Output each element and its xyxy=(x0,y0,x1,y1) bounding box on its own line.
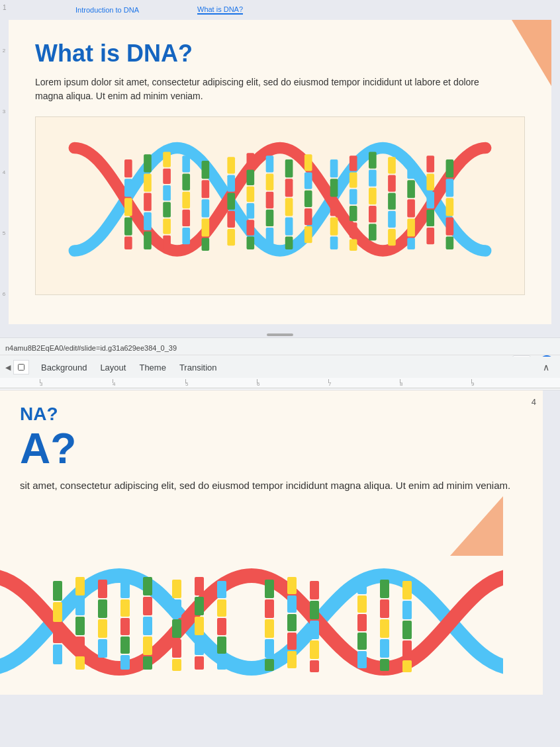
thumb-whatisdna[interactable]: What is DNA? xyxy=(197,5,243,15)
svg-rect-124 xyxy=(195,617,204,635)
svg-rect-66 xyxy=(369,188,377,204)
svg-rect-76 xyxy=(407,199,415,217)
svg-rect-88 xyxy=(446,237,454,249)
scroll-bar xyxy=(267,333,293,336)
svg-rect-156 xyxy=(380,659,389,671)
theme-menu-item[interactable]: Theme xyxy=(132,358,172,376)
svg-rect-139 xyxy=(287,614,297,631)
transition-menu-item[interactable]: Transition xyxy=(173,358,224,376)
svg-rect-148 xyxy=(357,595,367,613)
svg-rect-62 xyxy=(350,222,357,238)
svg-rect-45 xyxy=(285,198,293,216)
ruler-tick-4 xyxy=(113,379,113,383)
svg-rect-95 xyxy=(53,623,62,643)
layout-menu-item[interactable]: Layout xyxy=(93,358,132,376)
svg-rect-22 xyxy=(202,161,210,179)
thumb-intro[interactable]: Introduction to DNA xyxy=(75,6,139,14)
svg-rect-24 xyxy=(202,199,210,217)
svg-rect-158 xyxy=(402,601,412,619)
svg-rect-105 xyxy=(98,639,107,658)
svg-rect-34 xyxy=(247,187,255,202)
svg-rect-19 xyxy=(182,192,190,208)
svg-rect-147 xyxy=(357,577,367,594)
svg-rect-159 xyxy=(402,621,412,639)
svg-rect-151 xyxy=(357,651,367,668)
slide-number-btn[interactable] xyxy=(13,360,29,374)
svg-rect-46 xyxy=(285,217,293,235)
svg-rect-36 xyxy=(247,220,255,235)
svg-rect-149 xyxy=(357,614,367,631)
svg-rect-38 xyxy=(266,155,274,172)
svg-rect-97 xyxy=(75,577,85,595)
svg-rect-84 xyxy=(446,159,454,177)
svg-rect-9 xyxy=(144,212,152,230)
ruler-tick-7 xyxy=(328,379,329,383)
svg-rect-126 xyxy=(195,656,204,670)
svg-rect-28 xyxy=(227,175,235,191)
svg-rect-128 xyxy=(217,599,226,617)
ruler: 3 4 5 6 7 8 9 xyxy=(0,377,560,390)
svg-rect-1 xyxy=(124,159,132,177)
svg-rect-57 xyxy=(330,237,338,249)
svg-rect-60 xyxy=(350,189,357,204)
svg-rect-114 xyxy=(143,617,152,635)
svg-rect-33 xyxy=(247,170,255,185)
svg-rect-56 xyxy=(330,217,338,235)
svg-rect-20 xyxy=(182,210,190,226)
bottom-triangle xyxy=(437,496,503,558)
svg-rect-118 xyxy=(172,599,181,618)
svg-rect-98 xyxy=(75,597,85,615)
svg-rect-119 xyxy=(172,619,181,638)
collapse-panel-btn[interactable]: ∧ xyxy=(537,362,555,373)
svg-rect-146 xyxy=(310,660,319,672)
svg-rect-71 xyxy=(388,193,396,210)
svg-rect-8 xyxy=(144,193,152,211)
svg-rect-30 xyxy=(227,211,235,228)
svg-rect-123 xyxy=(195,597,204,615)
svg-rect-140 xyxy=(287,633,297,650)
svg-rect-67 xyxy=(369,206,377,222)
svg-rect-79 xyxy=(426,155,434,172)
ruler-tick-8 xyxy=(400,379,400,383)
scroll-indicator xyxy=(0,324,560,337)
svg-rect-17 xyxy=(182,155,190,172)
background-menu-item[interactable]: Background xyxy=(34,358,93,376)
svg-rect-53 xyxy=(330,159,338,177)
svg-rect-82 xyxy=(426,210,434,226)
bottom-slide-body: sit amet, consectetur adipiscing elit, s… xyxy=(20,478,516,494)
left-chevron-btn[interactable]: ◀ xyxy=(5,363,11,372)
svg-rect-142 xyxy=(310,581,319,599)
svg-rect-69 xyxy=(388,157,396,173)
svg-rect-87 xyxy=(446,217,454,235)
svg-marker-0 xyxy=(512,20,551,86)
svg-rect-121 xyxy=(172,659,181,671)
toolbar-area: n4amu8B2EqEA0/edit#slide=id.g31a629ee384… xyxy=(0,337,560,377)
svg-rect-136 xyxy=(265,659,274,671)
svg-rect-115 xyxy=(143,637,152,655)
svg-rect-29 xyxy=(227,193,235,210)
svg-rect-18 xyxy=(182,173,190,190)
svg-rect-133 xyxy=(265,599,274,618)
svg-rect-120 xyxy=(172,639,181,658)
svg-rect-64 xyxy=(369,152,377,168)
svg-rect-112 xyxy=(143,577,152,595)
svg-rect-5 xyxy=(124,237,132,249)
svg-rect-143 xyxy=(310,601,319,619)
svg-rect-103 xyxy=(98,599,107,618)
svg-rect-59 xyxy=(350,173,357,188)
svg-rect-68 xyxy=(369,224,377,240)
svg-rect-101 xyxy=(75,656,85,670)
slide-menu-bar: ◀ Background Layout Theme Transition ∧ xyxy=(0,357,560,378)
svg-rect-72 xyxy=(388,211,396,228)
svg-rect-37 xyxy=(247,237,255,249)
svg-rect-75 xyxy=(407,180,415,198)
svg-rect-32 xyxy=(247,153,255,168)
svg-rect-93 xyxy=(53,581,62,601)
svg-rect-42 xyxy=(266,228,274,244)
svg-rect-122 xyxy=(195,577,204,595)
svg-marker-92 xyxy=(450,496,503,556)
svg-rect-43 xyxy=(285,159,293,177)
ruler-tick-6 xyxy=(257,379,257,383)
svg-rect-130 xyxy=(217,637,226,654)
dna-image-top xyxy=(35,116,525,295)
